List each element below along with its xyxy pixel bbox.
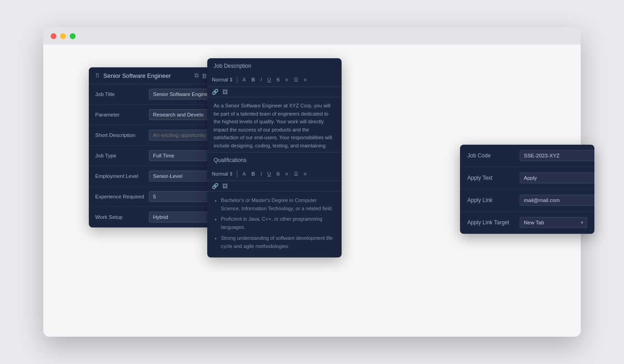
image-icon[interactable]: 🖼	[222, 89, 228, 95]
work-setup-select[interactable]: Hybrid	[149, 212, 215, 222]
job-title-label: Job Title	[95, 91, 145, 97]
apply-link-row: Apply Link	[460, 189, 594, 212]
job-title-row: Job Title	[89, 84, 221, 105]
short-desc-label: Short Description	[95, 132, 145, 138]
browser-titlebar	[43, 27, 581, 45]
description-panel: Job Description Normal ⇕ | A B I U S ≡ ☰…	[207, 58, 342, 258]
parameter-label: Parameter	[95, 112, 145, 117]
qual-item-1: Bachelor's or Master's Degree in Compute…	[221, 196, 335, 212]
align-btn[interactable]: ≡	[302, 76, 308, 83]
qual-toolbar: Normal ⇕ | A B I U S ≡ ☰ ≡	[207, 167, 342, 181]
job-description-content[interactable]: As a Senior Software Engineer at XYZ Cor…	[207, 97, 342, 152]
font-color-btn[interactable]: A	[241, 76, 248, 83]
experience-row: Experience Required	[89, 187, 221, 207]
qual-format-select[interactable]: Normal ⇕	[212, 171, 233, 177]
job-type-label: Job Type	[95, 153, 145, 158]
qual-align-btn[interactable]: ≡	[302, 170, 308, 177]
apply-link-target-select-wrapper: New Tab	[520, 217, 587, 228]
apply-link-target-label: Apply Link Target	[467, 219, 515, 226]
employment-level-label: Employment Level	[95, 173, 145, 179]
employment-level-row: Employment Level Senior-Level	[89, 166, 221, 187]
qual-image-icon[interactable]: 🖼	[222, 183, 228, 189]
employment-level-select-wrapper: Senior-Level	[149, 171, 215, 182]
apply-text-input[interactable]	[520, 172, 594, 183]
trash-icon[interactable]: 🗑	[201, 72, 207, 79]
work-setup-row: Work Setup Hybrid	[89, 207, 221, 228]
apply-text-row: Apply Text	[460, 167, 594, 189]
experience-label: Experience Required	[95, 194, 145, 199]
italic-btn[interactable]: I	[259, 76, 264, 83]
work-setup-label: Work Setup	[95, 214, 145, 220]
qual-italic-btn[interactable]: I	[259, 170, 264, 177]
panel-title: Senior Software Engineer	[103, 72, 191, 79]
link-icon[interactable]: 🔗	[212, 89, 219, 95]
qualifications-content[interactable]: Bachelor's or Master's Degree in Compute…	[207, 192, 342, 257]
form-body: Job Title Parameter Research and Develo …	[89, 84, 221, 228]
ordered-list-btn[interactable]: ≡	[283, 76, 290, 83]
qual-bold-btn[interactable]: B	[250, 170, 257, 177]
traffic-light-yellow[interactable]	[60, 33, 66, 39]
work-setup-select-wrapper: Hybrid	[149, 212, 215, 222]
apply-link-target-row: Apply Link Target New Tab	[460, 212, 594, 234]
browser-content: ⠿ Senior Software Engineer ⧉ 🗑 ∧ Job Tit…	[43, 45, 581, 337]
job-description-section: Job Description Normal ⇕ | A B I U S ≡ ☰…	[207, 58, 342, 152]
qual-link-icon[interactable]: 🔗	[212, 183, 219, 189]
job-form-panel: ⠿ Senior Software Engineer ⧉ 🗑 ∧ Job Tit…	[89, 67, 221, 228]
grip-icon: ⠿	[95, 72, 100, 79]
qual-strikethrough-btn[interactable]: S	[275, 170, 281, 177]
browser-window: ⠿ Senior Software Engineer ⧉ 🗑 ∧ Job Tit…	[43, 27, 581, 337]
strikethrough-btn[interactable]: S	[275, 76, 281, 83]
job-code-row: Job Code	[460, 145, 594, 167]
qual-toolbar-row2: 🔗 🖼	[207, 181, 342, 192]
bold-btn[interactable]: B	[250, 76, 257, 83]
parameter-select-wrapper: Research and Develo	[149, 109, 215, 120]
format-select[interactable]: Normal ⇕	[212, 77, 233, 83]
qual-item-3: Strong understanding of software develop…	[221, 234, 335, 250]
qual-underline-btn[interactable]: U	[266, 170, 273, 177]
parameter-row: Parameter Research and Develo	[89, 105, 221, 125]
panel-header: ⠿ Senior Software Engineer ⧉ 🗑 ∧	[89, 67, 221, 84]
job-desc-toolbar: Normal ⇕ | A B I U S ≡ ☰ ≡	[207, 73, 342, 87]
copy-icon[interactable]: ⧉	[194, 72, 199, 79]
apply-link-label: Apply Link	[467, 197, 515, 203]
job-description-title: Job Description	[207, 58, 342, 73]
job-code-input[interactable]	[520, 150, 594, 161]
job-type-select-wrapper: Full Time	[149, 150, 215, 161]
short-desc-row: Short Description	[89, 125, 221, 146]
parameter-select[interactable]: Research and Develo	[149, 109, 215, 120]
qual-unordered-list-btn[interactable]: ☰	[292, 170, 300, 178]
apply-link-target-select[interactable]: New Tab	[520, 217, 587, 228]
qualifications-section: Qualifications Normal ⇕ | A B I U S ≡ ☰ …	[207, 152, 342, 258]
qual-item-2: Proficient in Java, C++, or other progra…	[221, 215, 335, 231]
job-code-label: Job Code	[467, 152, 515, 159]
toolbar-row2: 🔗 🖼	[207, 87, 342, 97]
qualifications-title: Qualifications	[207, 152, 342, 167]
qual-ordered-list-btn[interactable]: ≡	[283, 170, 290, 177]
underline-btn[interactable]: U	[266, 76, 273, 83]
traffic-light-red[interactable]	[51, 33, 56, 39]
employment-level-select[interactable]: Senior-Level	[149, 171, 215, 182]
job-type-select[interactable]: Full Time	[149, 150, 215, 161]
job-type-row: Job Type Full Time	[89, 146, 221, 166]
traffic-light-green[interactable]	[70, 33, 76, 39]
jobcode-panel: Job Code Apply Text Apply Link Apply Lin…	[460, 145, 594, 234]
apply-link-input[interactable]	[520, 195, 594, 206]
unordered-list-btn[interactable]: ☰	[292, 76, 300, 84]
qual-font-color-btn[interactable]: A	[241, 170, 248, 177]
apply-text-label: Apply Text	[467, 175, 515, 181]
